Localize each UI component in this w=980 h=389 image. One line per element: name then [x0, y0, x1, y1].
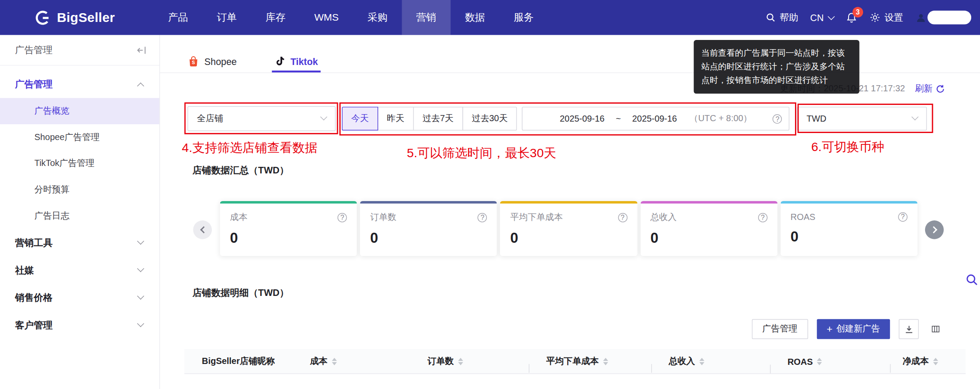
nav-item-products[interactable]: 产品	[154, 0, 203, 35]
sidebar-item-hourly-budget[interactable]: 分时预算	[0, 176, 160, 203]
floating-search-button[interactable]	[965, 273, 979, 289]
card-label: 总收入	[650, 212, 677, 223]
date-quick-ranges: 今天 昨天 过去7天 过去30天	[342, 107, 517, 130]
sidebar-menu: 广告管理 广告概览 Shopee广告管理 TikTok广告管理 分时预算 广告日…	[0, 65, 160, 339]
sort-icon[interactable]	[458, 357, 463, 365]
carousel-prev-button[interactable]	[193, 220, 212, 239]
language-selector[interactable]: CN	[810, 12, 834, 23]
nav-item-services[interactable]: 服务	[499, 0, 548, 35]
nav-item-purchase[interactable]: 采购	[353, 0, 402, 35]
ad-manage-button[interactable]: 广告管理	[751, 319, 808, 339]
help-label: 帮助	[780, 11, 799, 23]
sidebar-group-social-media[interactable]: 社媒	[0, 257, 160, 285]
th-avg-order-cost[interactable]: 平均下单成本	[529, 356, 651, 367]
date-end-value: 2025-09-16	[632, 114, 677, 124]
currency-value: TWD	[806, 114, 826, 124]
sidebar-group-customer-management[interactable]: 客户管理	[0, 312, 160, 339]
carousel-next-button[interactable]	[925, 220, 944, 239]
main-nav: 产品 订单 库存 WMS 采购 营销 数据 服务	[154, 0, 548, 35]
settings-button[interactable]: 设置	[869, 11, 903, 23]
card-cost: 成本 0	[220, 201, 357, 256]
sort-icon[interactable]	[933, 357, 938, 365]
help-circle-icon[interactable]	[773, 114, 782, 123]
refresh-icon	[936, 84, 945, 93]
chevron-down-icon	[137, 265, 144, 272]
th-cost[interactable]: 成本	[293, 356, 410, 367]
brand-logo[interactable]: BigSeller	[34, 9, 115, 26]
nav-item-data[interactable]: 数据	[450, 0, 499, 35]
create-ad-button[interactable]: + 创建新广告	[817, 319, 890, 339]
timezone-tooltip: 当前查看的广告属于同一站点时，按该站点的时区进行统计；广告涉及多个站点时，按销售…	[694, 40, 860, 94]
collapse-sidebar-icon[interactable]	[136, 45, 147, 55]
help-icon	[766, 12, 776, 22]
sidebar-group-ad-management[interactable]: 广告管理	[0, 71, 160, 98]
chevron-down-icon	[320, 113, 327, 120]
plus-icon: +	[827, 324, 832, 334]
bigseller-logo-icon	[34, 9, 51, 26]
annotation-text-shop-filter: 4.支持筛选店铺查看数据	[182, 139, 317, 156]
sort-icon[interactable]	[817, 357, 822, 365]
export-button[interactable]	[899, 319, 919, 339]
card-avg-order-cost: 平均下单成本 0	[500, 201, 637, 256]
card-label: 平均下单成本	[510, 212, 563, 223]
gear-icon	[869, 12, 881, 23]
card-total-revenue: 总收入 0	[640, 201, 777, 256]
sidebar-item-ad-overview[interactable]: 广告概览	[0, 98, 160, 124]
th-total-revenue[interactable]: 总收入	[651, 356, 770, 367]
detail-table-header: BigSeller店铺昵称 成本 订单数 平均下单成本 总收入 ROAS	[185, 349, 966, 374]
card-value: 0	[510, 230, 627, 246]
tab-shopee[interactable]: S Shopee	[185, 44, 239, 72]
nav-item-inventory[interactable]: 库存	[251, 0, 300, 35]
column-settings-button[interactable]	[928, 319, 944, 339]
sort-icon[interactable]	[699, 357, 704, 365]
range-yesterday-button[interactable]: 昨天	[377, 107, 414, 130]
columns-icon	[931, 324, 940, 335]
summary-cards: 成本 0 订单数 0 平均下单成本 0 总收入 0 ROAS 0	[220, 201, 918, 256]
th-net-cost[interactable]: 净成本	[890, 356, 965, 367]
tab-tiktok[interactable]: Tiktok	[272, 44, 320, 72]
user-menu[interactable]	[915, 11, 971, 24]
range-last30days-button[interactable]: 过去30天	[462, 107, 517, 130]
sort-icon[interactable]	[332, 357, 337, 365]
sidebar-item-ad-logs[interactable]: 广告日志	[0, 203, 160, 229]
refresh-button[interactable]: 刷新	[915, 83, 945, 94]
chevron-up-icon	[137, 83, 144, 90]
nav-item-wms[interactable]: WMS	[300, 0, 353, 35]
help-circle-icon[interactable]	[338, 213, 347, 222]
card-value: 0	[370, 230, 487, 246]
help-circle-icon[interactable]	[758, 213, 767, 222]
sidebar-group-marketing-tools[interactable]: 营销工具	[0, 229, 160, 257]
help-circle-icon[interactable]	[618, 213, 627, 222]
sort-icon[interactable]	[603, 357, 608, 365]
sidebar-item-tiktok-ads[interactable]: TikTok广告管理	[0, 151, 160, 177]
sidebar-group-sales-price[interactable]: 销售价格	[0, 284, 160, 312]
currency-select[interactable]: TWD	[797, 107, 927, 130]
th-shop-name: BigSeller店铺昵称	[185, 356, 293, 367]
notification-badge: 3	[853, 7, 863, 17]
nav-item-orders[interactable]: 订单	[203, 0, 251, 35]
nav-item-marketing[interactable]: 营销	[402, 0, 450, 35]
range-last7days-button[interactable]: 过去7天	[413, 107, 463, 130]
sidebar: 广告管理 广告管理 广告概览 Shopee广告管理 TikTok广告管理 分时预…	[0, 35, 160, 389]
date-range-picker[interactable]: 2025-09-16 ~ 2025-09-16 （UTC + 8:00）	[522, 107, 790, 130]
annotation-text-currency: 6.可切换币种	[811, 139, 884, 155]
search-icon	[965, 273, 979, 286]
sidebar-header: 广告管理	[0, 35, 160, 66]
range-today-button[interactable]: 今天	[342, 107, 378, 130]
help-circle-icon[interactable]	[898, 212, 907, 221]
top-navbar: BigSeller 产品 订单 库存 WMS 采购 营销 数据 服务 帮助 CN	[0, 0, 980, 35]
card-value: 0	[230, 230, 347, 246]
help-circle-icon[interactable]	[478, 213, 487, 222]
th-orders[interactable]: 订单数	[410, 356, 529, 367]
sidebar-item-shopee-ads[interactable]: Shopee广告管理	[0, 124, 160, 151]
help-button[interactable]: 帮助	[766, 11, 799, 23]
notifications-button[interactable]: 3	[846, 11, 857, 23]
detail-title: 店铺数据明细（TWD）	[192, 287, 289, 299]
th-roas[interactable]: ROAS	[770, 356, 890, 366]
shop-filter-select[interactable]: 全店铺	[188, 106, 336, 131]
download-icon	[904, 324, 913, 334]
card-roas: ROAS 0	[780, 201, 918, 256]
timezone-label: （UTC + 8:00）	[690, 113, 752, 124]
chevron-down-icon	[137, 238, 144, 245]
brand-name: BigSeller	[57, 10, 115, 25]
